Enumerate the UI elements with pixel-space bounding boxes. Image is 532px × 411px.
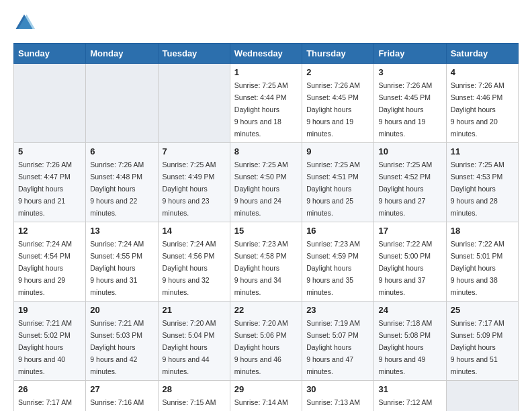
calendar-week-3: 12 Sunrise: 7:24 AMSunset: 4:54 PMDaylig… bbox=[14, 222, 519, 302]
calendar-cell: 23 Sunrise: 7:19 AMSunset: 5:07 PMDaylig… bbox=[302, 302, 374, 381]
day-info: Sunrise: 7:21 AMSunset: 5:03 PMDaylight … bbox=[90, 319, 144, 375]
day-info: Sunrise: 7:17 AMSunset: 5:09 PMDaylight … bbox=[451, 319, 504, 375]
calendar-cell: 17 Sunrise: 7:22 AMSunset: 5:00 PMDaylig… bbox=[374, 222, 446, 302]
calendar-cell: 22 Sunrise: 7:20 AMSunset: 5:06 PMDaylig… bbox=[230, 302, 302, 381]
calendar-week-5: 26 Sunrise: 7:17 AMSunset: 5:10 PMDaylig… bbox=[14, 381, 519, 412]
calendar-cell: 4 Sunrise: 7:26 AMSunset: 4:46 PMDayligh… bbox=[446, 64, 518, 143]
day-number: 16 bbox=[306, 226, 369, 236]
day-info: Sunrise: 7:16 AMSunset: 5:12 PMDaylight … bbox=[90, 398, 144, 411]
day-info: Sunrise: 7:25 AMSunset: 4:50 PMDaylight … bbox=[234, 161, 288, 217]
calendar-cell: 5 Sunrise: 7:26 AMSunset: 4:47 PMDayligh… bbox=[14, 143, 86, 222]
calendar-cell: 28 Sunrise: 7:15 AMSunset: 5:13 PMDaylig… bbox=[158, 381, 230, 412]
day-info: Sunrise: 7:26 AMSunset: 4:46 PMDaylight … bbox=[451, 81, 504, 138]
day-number: 8 bbox=[234, 146, 298, 156]
weekday-header-wednesday: Wednesday bbox=[230, 44, 302, 64]
day-info: Sunrise: 7:24 AMSunset: 4:54 PMDaylight … bbox=[18, 240, 72, 296]
day-number: 25 bbox=[451, 305, 514, 315]
day-number: 3 bbox=[378, 67, 441, 77]
weekday-header-friday: Friday bbox=[374, 44, 446, 64]
calendar-cell: 25 Sunrise: 7:17 AMSunset: 5:09 PMDaylig… bbox=[446, 302, 518, 381]
calendar-table: SundayMondayTuesdayWednesdayThursdayFrid… bbox=[13, 43, 519, 411]
day-number: 15 bbox=[234, 226, 298, 236]
day-number: 26 bbox=[18, 384, 81, 394]
day-number: 11 bbox=[451, 146, 514, 156]
day-info: Sunrise: 7:12 AMSunset: 5:17 PMDaylight … bbox=[378, 398, 432, 411]
day-info: Sunrise: 7:24 AMSunset: 4:55 PMDaylight … bbox=[90, 240, 144, 296]
day-number: 19 bbox=[18, 305, 81, 315]
day-info: Sunrise: 7:26 AMSunset: 4:48 PMDaylight … bbox=[90, 161, 144, 217]
day-info: Sunrise: 7:15 AMSunset: 5:13 PMDaylight … bbox=[163, 398, 216, 411]
day-info: Sunrise: 7:25 AMSunset: 4:52 PMDaylight … bbox=[378, 161, 432, 217]
calendar-header-row: SundayMondayTuesdayWednesdayThursdayFrid… bbox=[14, 44, 519, 64]
calendar-cell: 18 Sunrise: 7:22 AMSunset: 5:01 PMDaylig… bbox=[446, 222, 518, 302]
logo-icon bbox=[13, 12, 35, 34]
day-number: 18 bbox=[451, 226, 514, 236]
day-info: Sunrise: 7:26 AMSunset: 4:47 PMDaylight … bbox=[18, 161, 72, 217]
calendar-week-1: 1 Sunrise: 7:25 AMSunset: 4:44 PMDayligh… bbox=[14, 64, 519, 143]
day-info: Sunrise: 7:23 AMSunset: 4:58 PMDaylight … bbox=[234, 240, 288, 296]
day-info: Sunrise: 7:14 AMSunset: 5:14 PMDaylight … bbox=[234, 398, 288, 411]
calendar-cell: 15 Sunrise: 7:23 AMSunset: 4:58 PMDaylig… bbox=[230, 222, 302, 302]
day-info: Sunrise: 7:22 AMSunset: 5:01 PMDaylight … bbox=[451, 240, 504, 296]
calendar-cell: 14 Sunrise: 7:24 AMSunset: 4:56 PMDaylig… bbox=[158, 222, 230, 302]
day-number: 31 bbox=[378, 384, 441, 394]
calendar-cell: 3 Sunrise: 7:26 AMSunset: 4:45 PMDayligh… bbox=[374, 64, 446, 143]
day-number: 13 bbox=[90, 226, 153, 236]
calendar-cell bbox=[86, 64, 158, 143]
calendar-cell: 2 Sunrise: 7:26 AMSunset: 4:45 PMDayligh… bbox=[302, 64, 374, 143]
calendar-cell: 27 Sunrise: 7:16 AMSunset: 5:12 PMDaylig… bbox=[86, 381, 158, 412]
calendar-cell: 16 Sunrise: 7:23 AMSunset: 4:59 PMDaylig… bbox=[302, 222, 374, 302]
weekday-header-sunday: Sunday bbox=[14, 44, 86, 64]
calendar-cell: 10 Sunrise: 7:25 AMSunset: 4:52 PMDaylig… bbox=[374, 143, 446, 222]
day-info: Sunrise: 7:20 AMSunset: 5:04 PMDaylight … bbox=[163, 319, 216, 375]
day-number: 6 bbox=[90, 146, 153, 156]
day-number: 24 bbox=[378, 305, 441, 315]
day-info: Sunrise: 7:22 AMSunset: 5:00 PMDaylight … bbox=[378, 240, 432, 296]
day-number: 28 bbox=[163, 384, 226, 394]
day-number: 14 bbox=[163, 226, 226, 236]
day-info: Sunrise: 7:17 AMSunset: 5:10 PMDaylight … bbox=[18, 398, 72, 411]
day-number: 20 bbox=[90, 305, 153, 315]
day-number: 17 bbox=[378, 226, 441, 236]
day-number: 1 bbox=[234, 67, 298, 77]
day-number: 2 bbox=[306, 67, 369, 77]
day-number: 22 bbox=[234, 305, 298, 315]
day-number: 4 bbox=[451, 67, 514, 77]
calendar-cell: 26 Sunrise: 7:17 AMSunset: 5:10 PMDaylig… bbox=[14, 381, 86, 412]
day-info: Sunrise: 7:25 AMSunset: 4:51 PMDaylight … bbox=[306, 161, 360, 217]
day-number: 23 bbox=[306, 305, 369, 315]
day-info: Sunrise: 7:24 AMSunset: 4:56 PMDaylight … bbox=[163, 240, 216, 296]
calendar-week-2: 5 Sunrise: 7:26 AMSunset: 4:47 PMDayligh… bbox=[14, 143, 519, 222]
day-info: Sunrise: 7:26 AMSunset: 4:45 PMDaylight … bbox=[378, 81, 432, 138]
calendar-cell: 9 Sunrise: 7:25 AMSunset: 4:51 PMDayligh… bbox=[302, 143, 374, 222]
day-info: Sunrise: 7:18 AMSunset: 5:08 PMDaylight … bbox=[378, 319, 432, 375]
calendar-cell: 13 Sunrise: 7:24 AMSunset: 4:55 PMDaylig… bbox=[86, 222, 158, 302]
calendar-cell: 11 Sunrise: 7:25 AMSunset: 4:53 PMDaylig… bbox=[446, 143, 518, 222]
calendar-cell: 24 Sunrise: 7:18 AMSunset: 5:08 PMDaylig… bbox=[374, 302, 446, 381]
calendar-cell: 7 Sunrise: 7:25 AMSunset: 4:49 PMDayligh… bbox=[158, 143, 230, 222]
day-info: Sunrise: 7:25 AMSunset: 4:44 PMDaylight … bbox=[234, 81, 288, 138]
calendar-cell: 19 Sunrise: 7:21 AMSunset: 5:02 PMDaylig… bbox=[14, 302, 86, 381]
calendar-cell: 21 Sunrise: 7:20 AMSunset: 5:04 PMDaylig… bbox=[158, 302, 230, 381]
calendar-week-4: 19 Sunrise: 7:21 AMSunset: 5:02 PMDaylig… bbox=[14, 302, 519, 381]
weekday-header-tuesday: Tuesday bbox=[158, 44, 230, 64]
calendar-cell: 8 Sunrise: 7:25 AMSunset: 4:50 PMDayligh… bbox=[230, 143, 302, 222]
day-info: Sunrise: 7:25 AMSunset: 4:53 PMDaylight … bbox=[451, 161, 504, 217]
day-info: Sunrise: 7:19 AMSunset: 5:07 PMDaylight … bbox=[306, 319, 360, 375]
day-number: 30 bbox=[306, 384, 369, 394]
weekday-header-thursday: Thursday bbox=[302, 44, 374, 64]
day-number: 9 bbox=[306, 146, 369, 156]
calendar-cell: 20 Sunrise: 7:21 AMSunset: 5:03 PMDaylig… bbox=[86, 302, 158, 381]
calendar-cell: 6 Sunrise: 7:26 AMSunset: 4:48 PMDayligh… bbox=[86, 143, 158, 222]
calendar-cell bbox=[158, 64, 230, 143]
day-number: 29 bbox=[234, 384, 298, 394]
calendar-cell bbox=[14, 64, 86, 143]
calendar-cell: 30 Sunrise: 7:13 AMSunset: 5:15 PMDaylig… bbox=[302, 381, 374, 412]
day-number: 7 bbox=[163, 146, 226, 156]
day-info: Sunrise: 7:13 AMSunset: 5:15 PMDaylight … bbox=[306, 398, 360, 411]
day-number: 10 bbox=[378, 146, 441, 156]
day-number: 12 bbox=[18, 226, 81, 236]
day-info: Sunrise: 7:23 AMSunset: 4:59 PMDaylight … bbox=[306, 240, 360, 296]
day-number: 21 bbox=[163, 305, 226, 315]
day-number: 27 bbox=[90, 384, 153, 394]
